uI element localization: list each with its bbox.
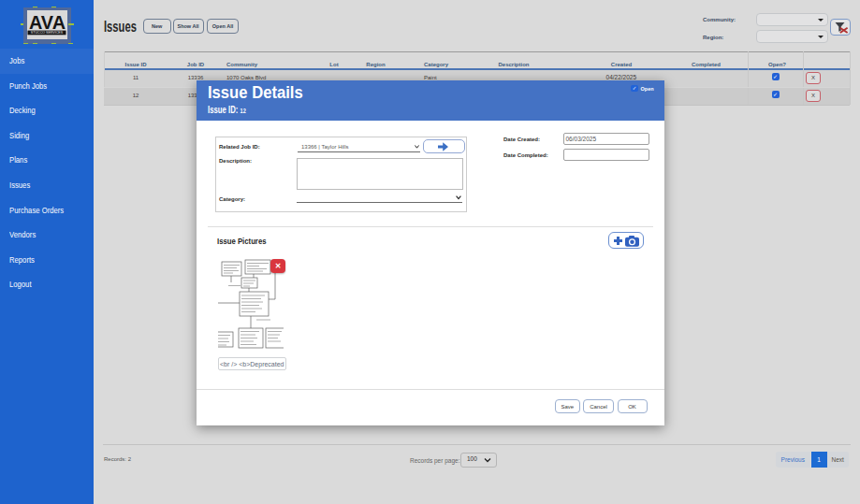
svg-text:AVA: AVA — [29, 12, 66, 33]
svg-text:STUCCO SERVICES: STUCCO SERVICES — [30, 31, 63, 35]
